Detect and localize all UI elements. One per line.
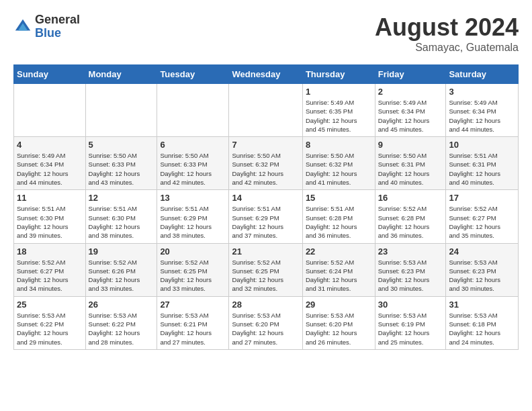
day-number: 1 — [306, 87, 372, 97]
calendar-cell — [85, 84, 157, 137]
calendar-cell — [229, 84, 302, 137]
day-number: 7 — [232, 140, 299, 150]
calendar-cell — [14, 84, 86, 137]
day-info: Sunrise: 5:50 AM Sunset: 6:32 PM Dayligh… — [306, 151, 372, 187]
calendar-week-row: 18Sunrise: 5:52 AM Sunset: 6:27 PM Dayli… — [14, 243, 519, 296]
calendar-cell: 19Sunrise: 5:52 AM Sunset: 6:26 PM Dayli… — [85, 243, 157, 296]
weekday-header-row: SundayMondayTuesdayWednesdayThursdayFrid… — [14, 65, 519, 84]
weekday-header-saturday: Saturday — [446, 65, 519, 84]
day-info: Sunrise: 5:53 AM Sunset: 6:22 PM Dayligh… — [89, 311, 154, 347]
calendar-cell — [157, 84, 229, 137]
calendar-cell: 21Sunrise: 5:52 AM Sunset: 6:25 PM Dayli… — [229, 243, 302, 296]
day-number: 16 — [378, 193, 443, 203]
day-number: 4 — [17, 140, 83, 150]
day-number: 18 — [17, 246, 83, 257]
calendar-table: SundayMondayTuesdayWednesdayThursdayFrid… — [13, 64, 519, 350]
calendar-cell: 14Sunrise: 5:51 AM Sunset: 6:29 PM Dayli… — [229, 190, 302, 243]
day-number: 20 — [160, 246, 226, 257]
day-info: Sunrise: 5:53 AM Sunset: 6:18 PM Dayligh… — [449, 311, 515, 347]
day-number: 26 — [89, 300, 154, 310]
day-info: Sunrise: 5:52 AM Sunset: 6:25 PM Dayligh… — [160, 258, 226, 293]
day-info: Sunrise: 5:49 AM Sunset: 6:35 PM Dayligh… — [306, 98, 372, 134]
day-number: 6 — [160, 140, 226, 150]
calendar-cell: 18Sunrise: 5:52 AM Sunset: 6:27 PM Dayli… — [14, 243, 86, 296]
calendar-cell: 16Sunrise: 5:52 AM Sunset: 6:28 PM Dayli… — [375, 190, 446, 243]
calendar-cell: 4Sunrise: 5:49 AM Sunset: 6:34 PM Daylig… — [14, 137, 86, 190]
logo: General Blue — [13, 13, 80, 40]
day-number: 27 — [160, 300, 226, 310]
calendar-cell: 2Sunrise: 5:49 AM Sunset: 6:34 PM Daylig… — [375, 84, 446, 137]
weekday-header-thursday: Thursday — [302, 65, 375, 84]
day-number: 30 — [378, 300, 443, 310]
day-info: Sunrise: 5:52 AM Sunset: 6:24 PM Dayligh… — [306, 258, 372, 293]
calendar-cell: 8Sunrise: 5:50 AM Sunset: 6:32 PM Daylig… — [302, 137, 375, 190]
weekday-header-wednesday: Wednesday — [229, 65, 302, 84]
calendar-week-row: 11Sunrise: 5:51 AM Sunset: 6:30 PM Dayli… — [14, 190, 519, 243]
day-number: 25 — [17, 300, 83, 310]
day-info: Sunrise: 5:51 AM Sunset: 6:29 PM Dayligh… — [232, 204, 299, 240]
day-info: Sunrise: 5:51 AM Sunset: 6:31 PM Dayligh… — [449, 151, 515, 187]
day-number: 22 — [306, 246, 372, 257]
page-header: General Blue August 2024 Samayac, Guatem… — [13, 13, 519, 54]
day-info: Sunrise: 5:53 AM Sunset: 6:23 PM Dayligh… — [378, 258, 443, 293]
logo-blue: Blue — [35, 27, 80, 40]
calendar-cell: 29Sunrise: 5:53 AM Sunset: 6:20 PM Dayli… — [302, 296, 375, 349]
day-number: 9 — [378, 140, 443, 150]
day-number: 11 — [17, 193, 83, 203]
day-number: 19 — [89, 246, 154, 257]
weekday-header-tuesday: Tuesday — [157, 65, 229, 84]
day-info: Sunrise: 5:52 AM Sunset: 6:27 PM Dayligh… — [17, 258, 83, 293]
day-number: 10 — [449, 140, 515, 150]
calendar-cell: 15Sunrise: 5:51 AM Sunset: 6:28 PM Dayli… — [302, 190, 375, 243]
calendar-cell: 10Sunrise: 5:51 AM Sunset: 6:31 PM Dayli… — [446, 137, 519, 190]
calendar-week-row: 1Sunrise: 5:49 AM Sunset: 6:35 PM Daylig… — [14, 84, 519, 137]
weekday-header-friday: Friday — [375, 65, 446, 84]
day-info: Sunrise: 5:51 AM Sunset: 6:28 PM Dayligh… — [306, 204, 372, 240]
day-info: Sunrise: 5:51 AM Sunset: 6:30 PM Dayligh… — [17, 204, 83, 240]
day-info: Sunrise: 5:53 AM Sunset: 6:19 PM Dayligh… — [378, 311, 443, 347]
day-info: Sunrise: 5:50 AM Sunset: 6:31 PM Dayligh… — [378, 151, 443, 187]
logo-text: General Blue — [35, 13, 80, 40]
calendar-cell: 12Sunrise: 5:51 AM Sunset: 6:30 PM Dayli… — [85, 190, 157, 243]
logo-general: General — [35, 13, 80, 27]
day-info: Sunrise: 5:53 AM Sunset: 6:21 PM Dayligh… — [160, 311, 226, 347]
calendar-cell: 30Sunrise: 5:53 AM Sunset: 6:19 PM Dayli… — [375, 296, 446, 349]
calendar-cell: 27Sunrise: 5:53 AM Sunset: 6:21 PM Dayli… — [157, 296, 229, 349]
day-number: 28 — [232, 300, 299, 310]
calendar-cell: 17Sunrise: 5:52 AM Sunset: 6:27 PM Dayli… — [446, 190, 519, 243]
day-info: Sunrise: 5:52 AM Sunset: 6:28 PM Dayligh… — [378, 204, 443, 240]
day-info: Sunrise: 5:53 AM Sunset: 6:22 PM Dayligh… — [17, 311, 83, 347]
day-number: 8 — [306, 140, 372, 150]
day-info: Sunrise: 5:53 AM Sunset: 6:23 PM Dayligh… — [449, 258, 515, 293]
calendar-cell: 25Sunrise: 5:53 AM Sunset: 6:22 PM Dayli… — [14, 296, 86, 349]
day-number: 24 — [449, 246, 515, 257]
day-info: Sunrise: 5:49 AM Sunset: 6:34 PM Dayligh… — [449, 98, 515, 134]
day-number: 21 — [232, 246, 299, 257]
day-info: Sunrise: 5:52 AM Sunset: 6:26 PM Dayligh… — [89, 258, 154, 293]
day-info: Sunrise: 5:52 AM Sunset: 6:27 PM Dayligh… — [449, 204, 515, 240]
weekday-header-monday: Monday — [85, 65, 157, 84]
calendar-body: 1Sunrise: 5:49 AM Sunset: 6:35 PM Daylig… — [14, 84, 519, 350]
day-info: Sunrise: 5:50 AM Sunset: 6:33 PM Dayligh… — [160, 151, 226, 187]
calendar-cell: 23Sunrise: 5:53 AM Sunset: 6:23 PM Dayli… — [375, 243, 446, 296]
day-number: 2 — [378, 87, 443, 97]
day-number: 17 — [449, 193, 515, 203]
day-number: 23 — [378, 246, 443, 257]
calendar-cell: 31Sunrise: 5:53 AM Sunset: 6:18 PM Dayli… — [446, 296, 519, 349]
calendar-cell: 28Sunrise: 5:53 AM Sunset: 6:20 PM Dayli… — [229, 296, 302, 349]
day-info: Sunrise: 5:49 AM Sunset: 6:34 PM Dayligh… — [17, 151, 83, 187]
day-info: Sunrise: 5:50 AM Sunset: 6:32 PM Dayligh… — [232, 151, 299, 187]
calendar-cell: 24Sunrise: 5:53 AM Sunset: 6:23 PM Dayli… — [446, 243, 519, 296]
day-number: 29 — [306, 300, 372, 310]
calendar-cell: 1Sunrise: 5:49 AM Sunset: 6:35 PM Daylig… — [302, 84, 375, 137]
day-number: 13 — [160, 193, 226, 203]
day-number: 12 — [89, 193, 154, 203]
calendar-cell: 11Sunrise: 5:51 AM Sunset: 6:30 PM Dayli… — [14, 190, 86, 243]
logo-icon — [13, 17, 32, 36]
day-number: 3 — [449, 87, 515, 97]
calendar-cell: 22Sunrise: 5:52 AM Sunset: 6:24 PM Dayli… — [302, 243, 375, 296]
calendar-week-row: 25Sunrise: 5:53 AM Sunset: 6:22 PM Dayli… — [14, 296, 519, 349]
calendar-cell: 20Sunrise: 5:52 AM Sunset: 6:25 PM Dayli… — [157, 243, 229, 296]
day-number: 15 — [306, 193, 372, 203]
calendar-cell: 6Sunrise: 5:50 AM Sunset: 6:33 PM Daylig… — [157, 137, 229, 190]
